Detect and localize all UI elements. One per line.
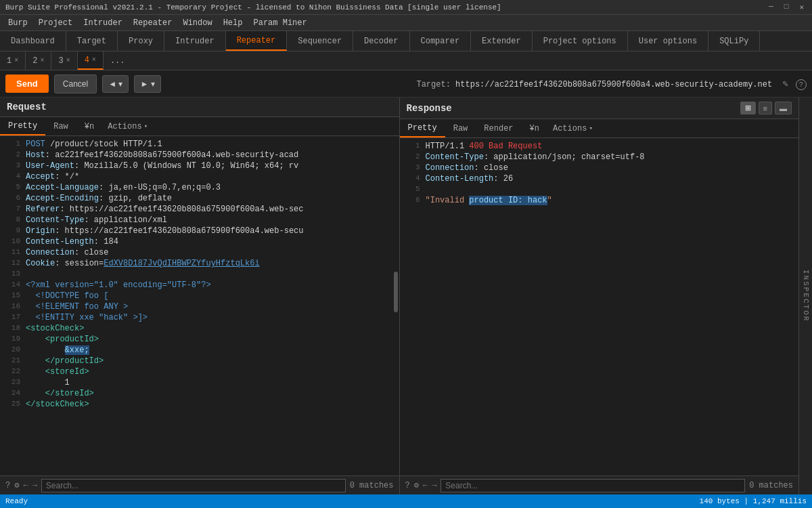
menu-repeater[interactable]: Repeater [128,17,178,29]
target-label: Target: [416,80,450,89]
inspector-label: INSPECTOR [802,270,810,322]
request-line-3: 3 User-Agent: Mozilla/5.0 (Windows NT 10… [0,161,399,171]
response-sub-tab-bar: Pretty Raw Render ¥n Actions ▾ [400,119,799,138]
request-line-7: 7 Referer: https://ac221fee1f43620b808a6… [0,204,399,215]
request-line-6: 6 Accept-Encoding: gzip, deflate [0,193,399,204]
response-search-input[interactable] [441,479,745,492]
response-line-3: 3 Connection: close [400,163,799,173]
request-tab-pretty[interactable]: Pretty [0,117,45,135]
view-btn-list[interactable]: ≡ [759,102,772,114]
request-tab-yn[interactable]: ¥n [76,117,102,135]
view-btn-grid[interactable]: ⊞ [740,102,756,114]
title-bar: Burp Suite Professional v2021.2.1 - Temp… [0,0,812,15]
response-tab-render[interactable]: Render [476,119,521,137]
req-search-next-icon[interactable]: → [32,481,37,490]
response-title: Response [407,103,452,114]
request-line-22: 22 <storeId> [0,366,399,377]
close-button[interactable]: ✕ [796,3,807,12]
help-icon[interactable]: ? [796,79,807,90]
response-code-area[interactable]: 1 HTTP/1.1 400 Bad Request 2 Content-Typ… [400,138,799,475]
window-title: Burp Suite Professional v2021.2.1 - Temp… [5,3,501,12]
tab-project-options[interactable]: Project options [533,31,628,51]
request-tab-raw[interactable]: Raw [45,117,76,135]
tab-sequencer[interactable]: Sequencer [287,31,353,51]
menu-project[interactable]: Project [33,17,78,29]
minimize-button[interactable]: ─ [766,3,776,12]
response-line-2: 2 Content-Type: application/json; charse… [400,152,799,163]
inspector-sidebar: INSPECTOR [798,98,812,494]
tab-dashboard[interactable]: Dashboard [0,31,66,51]
next-button[interactable]: ► ▾ [134,75,160,93]
req-tab-4[interactable]: 4 × [78,51,104,70]
tab-comparer[interactable]: Comparer [410,31,472,51]
maximize-button[interactable]: □ [782,3,792,12]
tab-user-options[interactable]: User options [628,31,708,51]
toolbar-target: Target: https://ac221fee1f43620b808a6759… [166,78,807,90]
tab-extender[interactable]: Extender [471,31,533,51]
request-line-25: 25 </stockCheck> [0,399,399,410]
req-tab-more[interactable]: ... [104,51,132,70]
response-panel-header: Response ⊞ ≡ ▬ [400,98,799,119]
request-line-14: 14 <?xml version="1.0" encoding="UTF-8"?… [0,280,399,291]
response-tab-raw[interactable]: Raw [445,119,476,137]
menu-param-miner[interactable]: Param Miner [248,17,312,29]
resp-search-prev-icon[interactable]: ← [423,481,428,490]
tab-proxy[interactable]: Proxy [118,31,164,51]
send-button[interactable]: Send [5,75,49,93]
menu-bar: Burp Project Intruder Repeater Window He… [0,15,812,31]
request-line-19: 19 <productId> [0,334,399,345]
request-line-13: 13 [0,269,399,280]
request-line-9: 9 Origin: https://ac221fee1f43620b808a67… [0,226,399,236]
request-line-10: 10 Content-Length: 184 [0,236,399,247]
req-tab-1[interactable]: 1 × [0,51,26,70]
request-line-20: 20 &xxe; [0,345,399,356]
request-line-2: 2 Host: ac221fee1f43620b808a675900f600a4… [0,150,399,161]
request-search-bar: ? ⚙ ← → 0 matches [0,475,399,494]
status-left: Ready [5,497,28,505]
resp-search-settings-icon[interactable]: ⚙ [414,480,419,490]
main-content-area: Request Pretty Raw ¥n Actions ▾ 1 POST /… [0,98,812,494]
menu-window[interactable]: Window [177,17,217,29]
req-tab-3[interactable]: 3 × [51,51,77,70]
tab-target[interactable]: Target [66,31,118,51]
toolbar: Send Cancel ◄ ▾ ► ▾ Target: https://ac22… [0,70,812,98]
request-line-16: 16 <!ELEMENT foo ANY > [0,301,399,312]
resp-search-help-icon[interactable]: ? [405,481,410,490]
edit-icon[interactable]: ✎ [782,79,788,89]
request-search-input[interactable] [41,479,346,492]
req-search-settings-icon[interactable]: ⚙ [14,480,19,490]
response-search-bar: ? ⚙ ← → 0 matches [400,475,799,494]
response-tab-yn[interactable]: ¥n [522,119,547,137]
tab-decoder[interactable]: Decoder [353,31,409,51]
request-panel-header: Request [0,98,399,117]
tab-intruder[interactable]: Intruder [164,31,226,51]
response-view-btns: ⊞ ≡ ▬ [740,102,792,114]
request-line-8: 8 Content-Type: application/xml [0,215,399,226]
cancel-button[interactable]: Cancel [54,75,97,93]
target-url: https://ac221fee1f43620b808a675900f600a4… [455,80,772,89]
tab-sqlipy[interactable]: SQLiPy [708,31,760,51]
request-line-24: 24 </storeId> [0,388,399,399]
req-search-prev-icon[interactable]: ← [23,481,28,490]
req-search-help-icon[interactable]: ? [5,481,10,490]
request-line-5: 5 Accept-Language: ja,en-US;q=0.7,en;q=0… [0,182,399,193]
request-line-1: 1 POST /product/stock HTTP/1.1 [0,139,399,150]
response-line-4: 4 Content-Length: 26 [400,173,799,184]
request-title: Request [7,102,47,112]
req-tab-2[interactable]: 2 × [26,51,51,70]
prev-button[interactable]: ◄ ▾ [102,75,129,93]
menu-help[interactable]: Help [218,17,248,29]
response-tab-pretty[interactable]: Pretty [400,119,445,137]
menu-burp[interactable]: Burp [3,17,33,29]
response-search-matches: 0 matches [749,481,793,490]
resp-search-next-icon[interactable]: → [432,481,436,490]
menu-intruder[interactable]: Intruder [78,17,128,29]
request-line-21: 21 </productId> [0,356,399,366]
request-code-area[interactable]: 1 POST /product/stock HTTP/1.1 2 Host: a… [0,136,399,475]
response-tab-actions[interactable]: Actions ▾ [547,119,598,137]
scroll-handle[interactable] [394,272,398,312]
request-tab-actions[interactable]: Actions ▾ [102,117,153,135]
request-line-15: 15 <!DOCTYPE foo [ [0,291,399,301]
tab-repeater[interactable]: Repeater [226,31,288,51]
view-btn-compact[interactable]: ▬ [775,102,792,114]
